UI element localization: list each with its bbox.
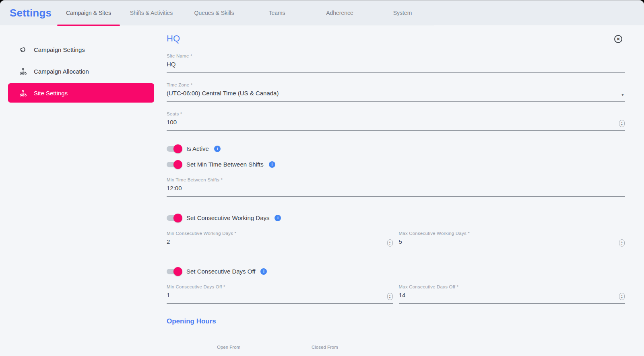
site-title: HQ — [167, 33, 625, 44]
max-consecutive-days-off-label: Max Consecutive Days Off * — [399, 284, 625, 289]
toggle-knob — [173, 267, 182, 276]
field-min-time-between-shifts: Min Time Between Shifts * — [167, 177, 625, 197]
tab-adherence[interactable]: Adherence — [308, 0, 371, 25]
seats-input[interactable] — [167, 116, 625, 130]
opening-hours-heading: Opening Hours — [167, 317, 625, 325]
number-stepper-icon[interactable]: ▴▾ — [387, 293, 393, 300]
info-icon[interactable]: i — [269, 161, 275, 168]
info-icon[interactable]: i — [275, 215, 281, 221]
sidebar-item-site-settings[interactable]: Site Settings — [8, 83, 154, 103]
toggle-label: Set Min Time Between Shifts — [186, 161, 264, 168]
toggle-row-consecutive-working-days: Set Consecutive Working Days i — [167, 214, 625, 221]
is-active-toggle[interactable] — [167, 146, 181, 152]
toggle-row-consecutive-days-off: Set Consecutive Days Off i — [167, 268, 625, 275]
page-title: Settings — [10, 0, 57, 25]
field-min-consecutive-days-off: Min Consecutive Days Off * ▴▾ — [167, 284, 393, 304]
seats-label: Seats * — [167, 111, 625, 116]
min-consecutive-working-days-label: Min Consecutive Working Days * — [167, 231, 393, 236]
settings-app: Settings Campaign & Sites Shifts & Activ… — [0, 0, 644, 356]
min-consecutive-working-days-input[interactable] — [167, 236, 393, 250]
toggle-label: Set Consecutive Working Days — [186, 214, 269, 221]
tab-shifts-and-activities[interactable]: Shifts & Activities — [120, 0, 183, 25]
sitemap-icon — [19, 68, 27, 75]
chevron-down-icon[interactable]: ▼ — [621, 93, 625, 97]
number-stepper-icon[interactable]: ▴▾ — [619, 293, 625, 300]
field-seats: Seats * ▴▾ — [167, 111, 625, 131]
sidebar: Campaign Settings Campaign Allocation Si… — [0, 25, 159, 356]
toggle-knob — [173, 160, 182, 169]
site-name-label: Site Name * — [167, 54, 625, 58]
number-stepper-icon[interactable]: ▴▾ — [619, 120, 625, 127]
sidebar-item-label: Campaign Settings — [34, 46, 85, 53]
info-icon[interactable]: i — [214, 146, 221, 152]
closed-from-column-header: Closed From — [312, 345, 338, 350]
tab-campaign-and-sites[interactable]: Campaign & Sites — [57, 0, 120, 25]
toggle-row-min-time-between-shifts: Set Min Time Between Shifts i — [167, 161, 625, 168]
field-site-name: Site Name * — [167, 54, 625, 73]
number-stepper-icon[interactable]: ▴▾ — [387, 239, 393, 247]
toggle-label: Set Consecutive Days Off — [186, 268, 255, 275]
sitemap-icon — [19, 89, 27, 97]
set-consecutive-days-off-toggle[interactable] — [167, 269, 181, 274]
max-consecutive-days-off-input[interactable] — [399, 289, 625, 303]
toggle-row-is-active: Is Active i — [167, 145, 625, 152]
set-consecutive-working-days-toggle[interactable] — [167, 215, 181, 221]
site-settings-panel: ✕ HQ Site Name * Time Zone * ▼ Seats * — [159, 25, 644, 356]
max-consecutive-working-days-label: Max Consecutive Working Days * — [399, 231, 625, 236]
min-time-between-shifts-label: Min Time Between Shifts * — [167, 177, 625, 182]
toggle-knob — [173, 144, 182, 153]
opening-hours-column-headers: Open From Closed From — [167, 345, 625, 350]
time-zone-select[interactable] — [167, 87, 625, 101]
toggle-knob — [173, 214, 182, 222]
info-icon[interactable]: i — [260, 268, 267, 275]
number-stepper-icon[interactable]: ▴▾ — [619, 239, 625, 247]
tab-queues-and-skills[interactable]: Queues & Skills — [183, 0, 246, 25]
open-from-column-header: Open From — [217, 345, 312, 350]
close-icon[interactable]: ✕ — [614, 35, 622, 43]
toggle-label: Is Active — [186, 145, 209, 152]
time-zone-label: Time Zone * — [167, 82, 625, 87]
field-time-zone: Time Zone * ▼ — [167, 82, 625, 102]
sidebar-item-campaign-settings[interactable]: Campaign Settings — [8, 40, 154, 59]
min-time-between-shifts-input[interactable] — [167, 182, 625, 196]
header: Settings Campaign & Sites Shifts & Activ… — [0, 0, 644, 25]
sidebar-item-label: Site Settings — [34, 90, 68, 97]
site-name-input[interactable] — [167, 58, 625, 72]
max-consecutive-working-days-input[interactable] — [399, 236, 625, 250]
min-consecutive-days-off-input[interactable] — [167, 289, 393, 303]
sidebar-item-label: Campaign Allocation — [34, 68, 89, 75]
tab-system[interactable]: System — [371, 0, 434, 25]
set-min-time-between-shifts-toggle[interactable] — [167, 162, 181, 167]
consecutive-working-days-row: Min Consecutive Working Days * ▴▾ Max Co… — [167, 231, 625, 250]
field-max-consecutive-working-days: Max Consecutive Working Days * ▴▾ — [399, 231, 625, 250]
tab-bar: Campaign & Sites Shifts & Activities Que… — [57, 0, 434, 25]
tab-teams[interactable]: Teams — [246, 0, 308, 25]
sidebar-item-campaign-allocation[interactable]: Campaign Allocation — [8, 62, 154, 81]
body: Campaign Settings Campaign Allocation Si… — [0, 25, 644, 356]
min-consecutive-days-off-label: Min Consecutive Days Off * — [167, 284, 393, 289]
field-min-consecutive-working-days: Min Consecutive Working Days * ▴▾ — [167, 231, 393, 250]
field-max-consecutive-days-off: Max Consecutive Days Off * ▴▾ — [399, 284, 625, 304]
consecutive-days-off-row: Min Consecutive Days Off * ▴▾ Max Consec… — [167, 284, 625, 304]
megaphone-icon — [19, 46, 27, 54]
